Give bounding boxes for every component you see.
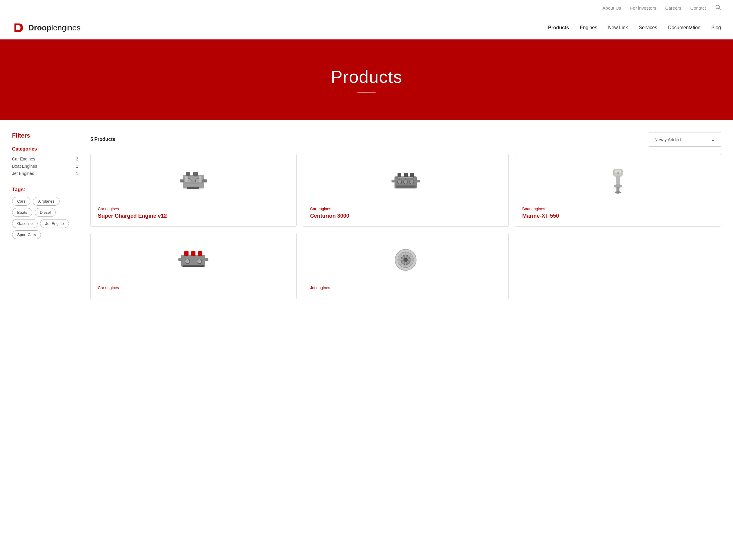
svg-point-21 xyxy=(404,180,408,184)
svg-rect-40 xyxy=(183,265,204,267)
svg-rect-4 xyxy=(186,172,190,176)
tag-cars[interactable]: Cars xyxy=(12,197,30,206)
topbar-contact[interactable]: Contact xyxy=(690,5,706,11)
product-image-wrap xyxy=(98,240,289,279)
product-name: Centurion 3000 xyxy=(310,213,501,219)
svg-rect-35 xyxy=(198,251,202,256)
svg-rect-13 xyxy=(199,176,201,182)
content-area: Filters Categories Car Engines 3 Boat En… xyxy=(0,120,733,311)
hero-banner: Products xyxy=(0,39,733,120)
car-engine-2-icon xyxy=(389,164,422,198)
tag-diesel[interactable]: Diesel xyxy=(35,208,56,217)
svg-rect-6 xyxy=(180,179,184,182)
product-category: Car engines xyxy=(98,207,289,211)
category-boat-engines[interactable]: Boat Engines 1 xyxy=(12,163,78,170)
svg-point-29 xyxy=(615,191,621,194)
svg-rect-36 xyxy=(178,258,182,261)
hero-divider xyxy=(357,92,376,93)
product-name: Super Charged Engine v12 xyxy=(98,213,289,219)
svg-point-22 xyxy=(410,180,414,184)
svg-point-20 xyxy=(398,180,402,184)
svg-rect-34 xyxy=(191,251,195,256)
logo-text: Drooplengines xyxy=(28,23,80,33)
svg-rect-37 xyxy=(205,258,208,261)
product-category: Car engines xyxy=(310,207,501,211)
tags-container: Cars Airplanes Boats Diesel Gasoline Jet… xyxy=(12,197,78,239)
topbar-for-investors[interactable]: For investors xyxy=(630,5,656,11)
svg-rect-33 xyxy=(184,251,189,256)
nav-documentation[interactable]: Documentation xyxy=(668,25,700,30)
tag-boats[interactable]: Boats xyxy=(12,208,32,217)
topbar-careers[interactable]: Careers xyxy=(665,5,681,11)
tag-airplanes[interactable]: Airplanes xyxy=(33,197,59,206)
categories-heading: Categories xyxy=(12,146,78,152)
car-engine-3-icon xyxy=(177,243,210,276)
svg-point-38 xyxy=(185,259,190,264)
tag-jet-engine[interactable]: Jet Engine xyxy=(40,219,69,228)
tags-heading: Tags: xyxy=(12,187,78,193)
tag-sport-cars[interactable]: Sport Cars xyxy=(12,230,41,239)
products-count: 5 Products xyxy=(90,137,115,142)
nav-engines[interactable]: Engines xyxy=(580,25,597,30)
product-card-4[interactable]: Car engines xyxy=(90,233,297,299)
svg-rect-18 xyxy=(391,180,395,182)
svg-rect-7 xyxy=(202,179,207,182)
filters-heading: Filters xyxy=(12,132,78,139)
product-category: Boat engines xyxy=(522,207,713,211)
sort-dropdown[interactable]: Newly Added ⌄ xyxy=(649,132,721,147)
svg-rect-8 xyxy=(187,187,199,189)
svg-rect-17 xyxy=(410,173,414,178)
svg-rect-5 xyxy=(193,172,198,176)
svg-rect-15 xyxy=(398,173,401,178)
svg-rect-11 xyxy=(184,182,202,184)
logo[interactable]: Drooplengines xyxy=(12,21,80,34)
category-list: Car Engines 3 Boat Engines 1 Jet Engines… xyxy=(12,155,78,177)
product-card-centurion-3000[interactable]: Car engines Centurion 3000 xyxy=(303,154,509,227)
svg-rect-26 xyxy=(616,176,620,185)
nav-new-link[interactable]: New Link xyxy=(608,25,628,30)
svg-point-31 xyxy=(617,172,619,174)
products-toolbar: 5 Products Newly Added ⌄ xyxy=(90,132,721,147)
jet-engine-icon xyxy=(389,243,422,276)
search-icon[interactable] xyxy=(715,4,721,12)
topbar-about-us[interactable]: About Us xyxy=(603,5,621,11)
products-grid: Car engines Super Charged Engine v12 xyxy=(90,154,721,299)
chevron-down-icon: ⌄ xyxy=(711,136,715,143)
product-card-super-charged-engine-v12[interactable]: Car engines Super Charged Engine v12 xyxy=(90,154,297,227)
product-image-wrap xyxy=(310,240,501,279)
svg-rect-24 xyxy=(398,177,413,178)
nav-products[interactable]: Products xyxy=(548,25,569,30)
product-image-wrap xyxy=(310,161,501,201)
product-image-wrap xyxy=(98,161,289,201)
product-image-wrap xyxy=(522,161,713,201)
category-car-engines[interactable]: Car Engines 3 xyxy=(12,155,78,163)
svg-point-44 xyxy=(404,258,408,262)
products-area: 5 Products Newly Added ⌄ xyxy=(90,132,721,299)
product-category: Jet engines xyxy=(310,285,501,290)
svg-line-1 xyxy=(719,8,721,10)
svg-rect-23 xyxy=(396,185,416,188)
product-category: Car engines xyxy=(98,285,289,290)
logo-icon xyxy=(12,21,25,34)
product-card-5[interactable]: Jet engines xyxy=(303,233,509,299)
hero-title: Products xyxy=(12,67,721,87)
product-card-marine-xt-550[interactable]: Boat engines Marine-XT 550 xyxy=(515,154,721,227)
product-name: Marine-XT 550 xyxy=(522,213,713,219)
svg-rect-12 xyxy=(185,176,188,182)
category-jet-engines[interactable]: Jet Engines 1 xyxy=(12,170,78,177)
tag-gasoline[interactable]: Gasoline xyxy=(12,219,38,228)
sidebar: Filters Categories Car Engines 3 Boat En… xyxy=(12,132,78,299)
car-engine-1-icon xyxy=(177,164,210,198)
svg-point-39 xyxy=(197,259,202,264)
svg-rect-19 xyxy=(416,180,420,182)
sort-label: Newly Added xyxy=(654,137,681,142)
nav-services[interactable]: Services xyxy=(639,25,657,30)
main-nav: Products Engines New Link Services Docum… xyxy=(548,25,721,30)
header: Drooplengines Products Engines New Link … xyxy=(0,16,733,39)
boat-engine-icon xyxy=(601,164,635,198)
top-bar: About Us For investors Careers Contact xyxy=(0,0,733,16)
nav-blog[interactable]: Blog xyxy=(711,25,721,30)
svg-rect-16 xyxy=(404,173,408,178)
